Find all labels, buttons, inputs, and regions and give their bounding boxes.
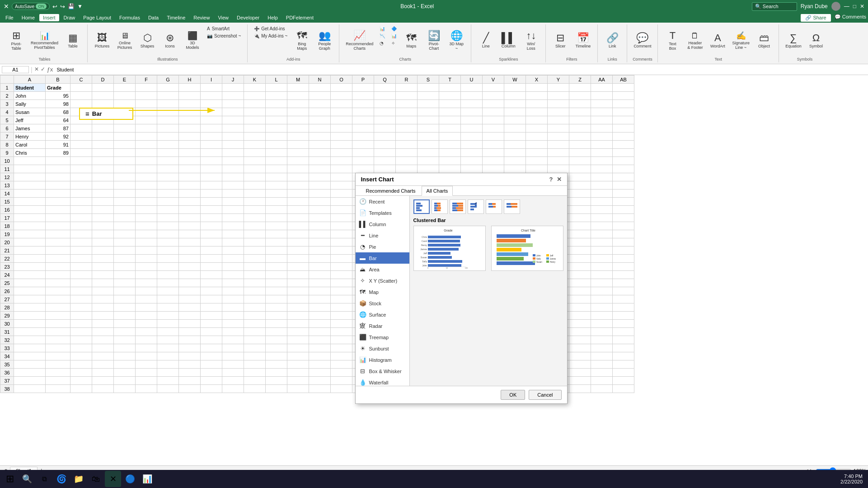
cell-13-Z[interactable] xyxy=(569,181,591,190)
col-header-M[interactable]: M xyxy=(287,76,309,84)
cell-29-M[interactable] xyxy=(287,312,309,320)
cell-5-M[interactable] xyxy=(287,116,309,124)
cell-7-C[interactable] xyxy=(70,133,92,141)
cell-10-O[interactable] xyxy=(331,157,352,165)
cell-4-H[interactable] xyxy=(179,108,201,116)
cell-26-B[interactable] xyxy=(46,287,70,295)
recommended-charts-btn[interactable]: 📈 RecommendedCharts xyxy=(343,25,376,56)
cell-9-R[interactable] xyxy=(396,149,418,157)
hierarchy-chart-btn[interactable]: 🔷 xyxy=(389,25,399,32)
formula-cancel-icon[interactable]: ✕ xyxy=(34,66,39,73)
cell-25-J[interactable] xyxy=(222,279,244,287)
cell-7-AA[interactable] xyxy=(591,133,613,141)
cell-10-Z[interactable] xyxy=(569,157,591,165)
cell-32-N[interactable] xyxy=(309,336,331,344)
cell-29-A[interactable] xyxy=(14,312,46,320)
cell-1-AA[interactable] xyxy=(591,84,613,92)
cell-1-L[interactable] xyxy=(266,84,287,92)
cell-28-C[interactable] xyxy=(70,303,92,312)
cell-36-E[interactable] xyxy=(114,369,136,377)
cell-25-I[interactable] xyxy=(201,279,222,287)
cell-16-AA[interactable] xyxy=(591,206,613,214)
line-sparkline-btn[interactable]: ╱ Line xyxy=(475,25,497,56)
cell-20-AB[interactable] xyxy=(613,238,634,246)
cell-17-F[interactable] xyxy=(136,214,157,222)
bing-maps-btn[interactable]: 🗺 BingMaps xyxy=(291,25,313,56)
cell-10-AB[interactable] xyxy=(613,157,634,165)
cell-13-J[interactable] xyxy=(222,181,244,190)
cell-29-F[interactable] xyxy=(136,312,157,320)
cell-1-C[interactable] xyxy=(70,84,92,92)
cell-30-Z[interactable] xyxy=(569,320,591,328)
winloss-sparkline-btn[interactable]: ↑↓ Win/Loss xyxy=(520,25,542,56)
cell-30-F[interactable] xyxy=(136,320,157,328)
cell-14-Z[interactable] xyxy=(569,190,591,198)
autosave-toggle[interactable]: AutoSave ON xyxy=(12,3,50,10)
cell-5-K[interactable] xyxy=(244,116,266,124)
cell-35-O[interactable] xyxy=(331,360,352,369)
cell-32-I[interactable] xyxy=(201,336,222,344)
cell-35-M[interactable] xyxy=(287,360,309,369)
cell-5-AA[interactable] xyxy=(591,116,613,124)
cell-35-G[interactable] xyxy=(157,360,179,369)
cell-35-I[interactable] xyxy=(201,360,222,369)
cell-8-V[interactable] xyxy=(483,141,504,149)
cell-28-F[interactable] xyxy=(136,303,157,312)
cell-14-F[interactable] xyxy=(136,190,157,198)
sidebar-surface[interactable]: 🌐 Surface xyxy=(356,309,409,320)
cell-32-AA[interactable] xyxy=(591,336,613,344)
cell-25-AA[interactable] xyxy=(591,279,613,287)
cell-29-Z[interactable] xyxy=(569,312,591,320)
cell-8-J[interactable] xyxy=(222,141,244,149)
cell-4-C[interactable] xyxy=(70,108,92,116)
cell-6-Q[interactable] xyxy=(374,124,396,133)
cell-38-AB[interactable] xyxy=(613,385,634,393)
cell-26-AB[interactable] xyxy=(613,287,634,295)
cell-28-D[interactable] xyxy=(92,303,114,312)
cell-31-N[interactable] xyxy=(309,328,331,336)
cell-3-C[interactable] xyxy=(70,100,92,108)
cell-10-L[interactable] xyxy=(266,157,287,165)
cell-29-I[interactable] xyxy=(201,312,222,320)
cell-6-E[interactable] xyxy=(114,124,136,133)
cell-19-H[interactable] xyxy=(179,230,201,238)
col-header-AA[interactable]: AA xyxy=(591,76,613,84)
sidebar-box-whisker[interactable]: ⊟ Box & Whisker xyxy=(356,365,409,377)
cell-35-AA[interactable] xyxy=(591,360,613,369)
cell-13-A[interactable] xyxy=(14,181,46,190)
cell-26-M[interactable] xyxy=(287,287,309,295)
cell-16-E[interactable] xyxy=(114,206,136,214)
cell-ref-box[interactable] xyxy=(2,66,29,73)
cell-16-C[interactable] xyxy=(70,206,92,214)
cell-34-F[interactable] xyxy=(136,352,157,360)
cell-2-A[interactable]: John xyxy=(14,92,46,100)
cell-5-E[interactable] xyxy=(114,116,136,124)
cell-25-H[interactable] xyxy=(179,279,201,287)
menu-view[interactable]: View xyxy=(214,14,232,21)
cell-25-E[interactable] xyxy=(114,279,136,287)
menu-insert[interactable]: Insert xyxy=(39,14,59,21)
cell-5-X[interactable] xyxy=(526,116,548,124)
cell-27-E[interactable] xyxy=(114,295,136,303)
cell-26-Z[interactable] xyxy=(569,287,591,295)
cell-12-A[interactable] xyxy=(14,173,46,181)
cell-5-S[interactable] xyxy=(418,116,439,124)
cell-11-D[interactable] xyxy=(92,165,114,173)
cell-3-E[interactable] xyxy=(114,100,136,108)
cell-30-D[interactable] xyxy=(92,320,114,328)
cell-26-I[interactable] xyxy=(201,287,222,295)
cell-26-A[interactable] xyxy=(14,287,46,295)
cell-29-AB[interactable] xyxy=(613,312,634,320)
cell-14-B[interactable] xyxy=(46,190,70,198)
cell-9-N[interactable] xyxy=(309,149,331,157)
cell-4-Z[interactable] xyxy=(569,108,591,116)
cell-10-AA[interactable] xyxy=(591,157,613,165)
cell-21-AB[interactable] xyxy=(613,246,634,255)
cell-6-AB[interactable] xyxy=(613,124,634,133)
clustered-bar-icon[interactable] xyxy=(413,199,430,214)
cell-1-Z[interactable] xyxy=(569,84,591,92)
cell-3-AB[interactable] xyxy=(613,100,634,108)
cell-9-Z[interactable] xyxy=(569,149,591,157)
comments-btn[interactable]: 💬 Comments xyxy=(835,14,866,22)
cell-24-D[interactable] xyxy=(92,271,114,279)
